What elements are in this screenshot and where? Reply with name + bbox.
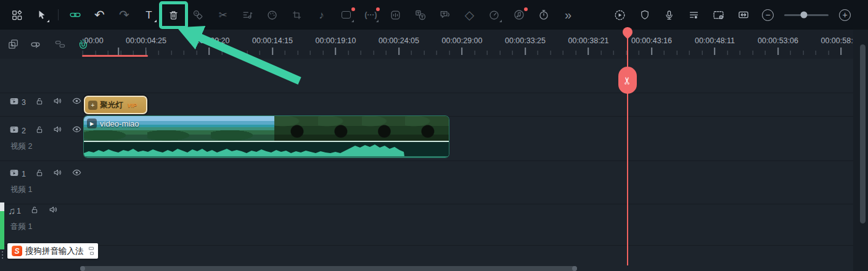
crop-tool-icon[interactable]	[289, 7, 305, 23]
video-track-icon	[8, 96, 20, 109]
vertical-scrollbar[interactable]	[860, 44, 866, 223]
eye-icon[interactable]	[72, 167, 82, 180]
video-clip-name: video-miao	[100, 119, 139, 128]
text-tool-icon[interactable]: T	[141, 7, 157, 23]
effect-icon: +	[88, 101, 97, 110]
ai-music-icon[interactable]	[510, 7, 527, 23]
arrange-clips-icon[interactable]	[239, 7, 256, 23]
ruler-label: 00:00:33:25	[505, 36, 546, 45]
clip-audio-strip	[84, 141, 449, 157]
ruler-label: 00:00:48:11	[695, 36, 735, 45]
undo-icon[interactable]: ↶	[91, 7, 108, 23]
auto-ripple-link-icon[interactable]	[30, 38, 43, 51]
video-editor-timeline-panel: ↶ ↷ T ✂ ♪ (···) ◇ »	[0, 0, 868, 271]
speaker-icon[interactable]	[52, 167, 63, 180]
zoom-out-button[interactable]: −	[760, 7, 776, 23]
tracks-stage: 3 2 视频 2	[0, 59, 868, 265]
toolbar-left-group: ↶ ↷ T ✂ ♪ (···) ◇ »	[0, 7, 576, 23]
timeline-zoom-slider[interactable]	[784, 14, 829, 16]
toolbar-right-group: − +	[612, 0, 868, 30]
track-number: 2	[22, 127, 26, 135]
rect-select-tool-icon[interactable]	[338, 7, 354, 23]
rendered-range-indicator	[82, 55, 148, 57]
unlink-icon[interactable]	[53, 38, 67, 51]
track-tools	[6, 30, 90, 59]
ruler-label: 00:00:43:16	[631, 36, 672, 45]
eye-icon[interactable]	[72, 96, 82, 109]
track-number: 1	[17, 207, 21, 215]
lock-icon[interactable]	[30, 205, 39, 217]
playhead-line[interactable]	[627, 27, 628, 265]
thumbnail	[362, 116, 406, 141]
horizontal-scrollbar[interactable]	[80, 266, 577, 271]
toolbar-divider	[58, 9, 59, 20]
select-tool-icon[interactable]	[33, 7, 50, 23]
track-header-3: 3	[0, 96, 82, 109]
thumbnail	[405, 116, 449, 141]
marker-shield-icon[interactable]	[636, 7, 653, 23]
ruler-ticks	[82, 48, 868, 55]
thumbnail	[274, 116, 318, 141]
split-tool-icon[interactable]: ✂	[215, 7, 231, 23]
ruler-label: 00:00:14:15	[252, 36, 293, 45]
effect-clip-spotlight[interactable]: + 聚光灯 VIP	[84, 96, 147, 114]
speed-tool-icon[interactable]	[486, 7, 502, 23]
playhead-split-button[interactable]: ✂	[618, 67, 637, 94]
add-to-track-icon[interactable]	[6, 38, 20, 51]
keyframe-icon[interactable]: ◇	[461, 7, 478, 23]
timeline-ruler[interactable]: :00:00 00:00:04:25 00:00:09:20 00:00:14:…	[82, 30, 868, 59]
track-label: 音频 1	[0, 222, 82, 232]
play-icon: ▶	[87, 119, 97, 128]
link-clips-icon[interactable]	[67, 7, 83, 23]
video-clip[interactable]: ▶ video-miao	[84, 116, 449, 157]
fit-timeline-icon[interactable]	[735, 7, 751, 23]
lock-icon[interactable]	[35, 168, 44, 180]
audio-level-meter	[0, 202, 4, 249]
ime-badge[interactable]: S 搜狗拼音输入法	[7, 243, 98, 259]
clip-title-overlay: ▶ video-miao	[87, 119, 139, 128]
text-to-speech-icon[interactable]	[412, 7, 428, 23]
ruler-label: :00:00	[82, 36, 104, 45]
beat-detect-icon[interactable]: ♪	[313, 7, 330, 23]
effect-clip-name: 聚光灯	[100, 100, 123, 110]
speaker-icon[interactable]	[52, 124, 63, 137]
redo-icon[interactable]: ↷	[116, 7, 133, 23]
mask-tool-icon[interactable]	[190, 7, 207, 23]
keyboard-icon[interactable]	[87, 247, 94, 255]
ruler-label: 00:00:19:10	[315, 36, 356, 45]
thumbnail	[147, 116, 211, 141]
audio-waveform	[84, 140, 449, 156]
denoise-tool-icon[interactable]	[387, 7, 404, 23]
more-tools-icon[interactable]: »	[560, 7, 576, 23]
audio-track-note-icon: ♫	[8, 206, 15, 217]
lock-icon[interactable]	[35, 96, 44, 109]
lock-icon[interactable]	[35, 125, 44, 137]
track-label: 视频 2	[0, 141, 82, 152]
preview-window-icon[interactable]	[710, 7, 727, 23]
delete-tool-button[interactable]	[165, 7, 182, 23]
track-header-2: 2 视频 2	[0, 124, 82, 152]
zoom-in-button[interactable]: +	[837, 7, 853, 23]
voiceover-mic-icon[interactable]	[661, 7, 678, 23]
zoom-slider-handle[interactable]	[801, 12, 808, 19]
media-grid-icon[interactable]	[9, 7, 25, 23]
track-number: 3	[22, 98, 26, 107]
video-track-icon	[8, 168, 20, 180]
track-header-1: 1 视频 1	[0, 167, 82, 195]
speech-to-text-icon[interactable]	[436, 7, 453, 23]
ruler-label: 00:00:09:20	[189, 36, 229, 45]
timeline-header: :00:00 00:00:04:25 00:00:09:20 00:00:14:…	[0, 30, 868, 59]
ime-label: 搜狗拼音输入法	[25, 246, 84, 257]
subtitle-list-icon[interactable]	[686, 7, 702, 23]
ruler-label: 00:00:04:25	[126, 36, 166, 45]
eye-icon[interactable]	[72, 124, 82, 137]
color-palette-icon[interactable]	[264, 7, 280, 23]
vip-badge: VIP	[128, 102, 137, 109]
ruler-label: 00:00:53:06	[758, 36, 798, 45]
render-preview-icon[interactable]	[612, 7, 628, 23]
speaker-icon[interactable]	[48, 204, 59, 217]
speaker-icon[interactable]	[52, 96, 63, 109]
ruler-label: 00:00:29:00	[441, 36, 482, 45]
timer-tool-icon[interactable]	[535, 7, 552, 23]
range-select-tool-icon[interactable]: (···)	[362, 7, 379, 23]
